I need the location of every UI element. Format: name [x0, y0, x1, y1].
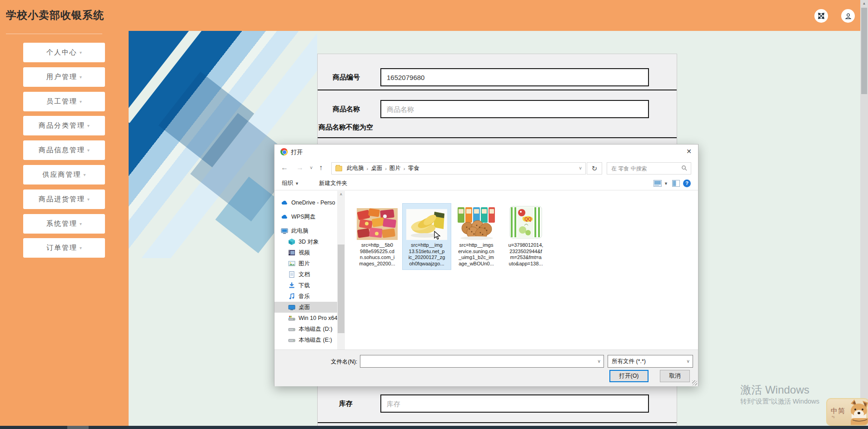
- candy-thumbnail: QQ: [509, 205, 543, 240]
- scroll-up-icon[interactable]: ▲: [860, 0, 868, 7]
- chevron-down-icon: ▾: [80, 50, 82, 55]
- filetype-select[interactable]: 所有文件 (*.*) ˅: [608, 355, 693, 368]
- sidebar-item-label: 用户管理: [46, 73, 77, 81]
- chevron-down-icon: ▾: [87, 148, 90, 153]
- nav-item-onedrive[interactable]: OneDrive - Perso: [274, 197, 337, 208]
- refresh-icon: ↻: [592, 165, 598, 173]
- chevron-down-icon: ▾: [87, 197, 90, 202]
- breadcrumb-item[interactable]: 零食: [406, 165, 421, 172]
- nav-item-win10-drive[interactable]: Win 10 Pro x64: [274, 313, 337, 324]
- chevron-down-icon[interactable]: ˅: [598, 359, 604, 364]
- badge-text: 中简: [831, 407, 845, 415]
- sidebar-item-order-management[interactable]: 订单管理▾: [23, 238, 105, 258]
- page-scrollbar[interactable]: ▲: [860, 0, 868, 429]
- nav-item-label: 音乐: [299, 293, 310, 300]
- dog-sticker-overlay[interactable]: 中简 °¹: [826, 398, 868, 426]
- product-name-input[interactable]: [380, 100, 649, 118]
- sidebar-item-product-purchase-management[interactable]: 商品进货管理▾: [23, 190, 105, 209]
- nav-item-3d-objects[interactable]: 3D 对象: [274, 236, 337, 247]
- sidebar-item-system-management[interactable]: 系统管理▾: [23, 214, 105, 234]
- product-code-input[interactable]: [380, 68, 649, 86]
- chevron-down-icon: ▾: [80, 245, 82, 250]
- picture-icon: [288, 260, 295, 267]
- resize-grip[interactable]: [692, 380, 697, 385]
- filename-label: 文件名(N):: [331, 358, 357, 366]
- view-dropdown-icon[interactable]: ▼: [664, 181, 668, 186]
- nav-item-pictures[interactable]: 图片: [274, 258, 337, 269]
- nav-item-label: 视频: [299, 249, 310, 257]
- thumbnails-view-icon[interactable]: [653, 180, 662, 188]
- nav-item-this-pc[interactable]: 此电脑: [274, 225, 337, 236]
- open-button[interactable]: 打开(O): [609, 370, 649, 382]
- nav-scrollbar-thumb[interactable]: [338, 244, 344, 333]
- nav-item-downloads[interactable]: 下载: [274, 280, 337, 291]
- file-name: src=http__imgs ervice.suning.cn _uimg1_b…: [458, 242, 494, 267]
- chevron-down-icon: ▾: [80, 99, 82, 104]
- dialog-toolbar: 组织▼ 新建文件夹 ▼ ?: [274, 177, 698, 190]
- sidebar-item-label: 供应商管理: [42, 170, 81, 179]
- sidebar: 个人中心▾用户管理▾员工管理▾商品分类管理▾商品信息管理▾供应商管理▾商品进货管…: [0, 31, 129, 426]
- sidebar-item-personal-center[interactable]: 个人中心▾: [23, 43, 105, 62]
- dialog-footer: 文件名(N): ˅ 所有文件 (*.*) ˅ 打开(O) 取消: [274, 349, 698, 386]
- breadcrumb-separator-icon: ›: [366, 166, 369, 171]
- breadcrumb-separator-icon: ›: [384, 166, 388, 171]
- breadcrumb-item[interactable]: 桌面: [369, 165, 384, 172]
- sidebar-item-product-info-management[interactable]: 商品信息管理▾: [23, 140, 105, 160]
- preview-pane-icon[interactable]: [672, 180, 680, 188]
- breadcrumb-item[interactable]: 图片: [388, 165, 403, 172]
- fullscreen-button[interactable]: [814, 9, 828, 23]
- cancel-button[interactable]: 取消: [660, 370, 690, 382]
- nav-scrollbar[interactable]: ˄ ˅: [337, 191, 345, 357]
- validation-error-text: 商品名称不能为空: [319, 123, 373, 132]
- refresh-button[interactable]: ↻: [587, 162, 602, 175]
- breadcrumb-item[interactable]: 此电脑: [345, 165, 366, 172]
- history-dropdown-icon[interactable]: ˅: [310, 165, 313, 170]
- scroll-up-icon[interactable]: ˄: [337, 192, 345, 197]
- chevron-down-icon[interactable]: ˅: [579, 166, 585, 171]
- search-input[interactable]: [607, 165, 675, 172]
- up-icon[interactable]: ↑: [319, 164, 323, 172]
- sidebar-item-product-category-management[interactable]: 商品分类管理▾: [23, 116, 105, 135]
- file-tile-file-3[interactable]: src=http__imgs ervice.suning.cn _uimg1_b…: [452, 204, 500, 269]
- filename-input[interactable]: [360, 358, 598, 365]
- places-nav: OneDrive - PersoWPS网盘此电脑3D 对象视频图片文档下载音乐桌…: [274, 191, 337, 357]
- row-divider: [318, 422, 677, 423]
- sidebar-item-supplier-management[interactable]: 供应商管理▾: [23, 165, 105, 185]
- file-name: src=http__5b0 988e595225.cd n.sohucs.com…: [359, 242, 395, 267]
- page-scrollbar-thumb[interactable]: [861, 8, 867, 94]
- computer-icon: [281, 227, 288, 234]
- nav-item-desktop[interactable]: 桌面: [274, 302, 337, 313]
- sidebar-item-user-management[interactable]: 用户管理▾: [23, 67, 105, 87]
- sidebar-item-staff-management[interactable]: 员工管理▾: [23, 92, 105, 111]
- nav-item-disk-d[interactable]: 本地磁盘 (D:): [274, 324, 337, 334]
- nav-item-label: OneDrive - Perso: [291, 200, 335, 206]
- sidebar-item-label: 订单管理: [46, 244, 77, 252]
- nav-item-music[interactable]: 音乐: [274, 291, 337, 302]
- dialog-titlebar[interactable]: 打开 ✕: [274, 145, 698, 160]
- help-icon[interactable]: ?: [683, 180, 691, 187]
- nav-item-label: Win 10 Pro x64: [299, 315, 337, 321]
- nav-item-wps-cloud[interactable]: WPS网盘: [274, 211, 337, 222]
- file-open-dialog: 打开 ✕ ← → ˅ ↑ 此电脑›桌面›图片›零食˅ ↻ 组织▼ 新建文件夹 ▼: [274, 144, 698, 386]
- organize-button[interactable]: 组织▼: [282, 180, 299, 187]
- user-button[interactable]: [841, 9, 855, 23]
- dialog-address-bar: ← → ˅ ↑ 此电脑›桌面›图片›零食˅ ↻: [274, 160, 698, 177]
- file-tile-file-2[interactable]: src=http__img 13.51tietu.net_p ic_202001…: [403, 204, 451, 269]
- cookies-thumbnail: [456, 205, 497, 240]
- snacks-thumbnail: [357, 205, 398, 240]
- back-icon[interactable]: ←: [281, 164, 288, 172]
- chips-thumbnail: [406, 205, 447, 240]
- row-divider: [318, 137, 677, 138]
- file-tile-file-4[interactable]: QQu=3798012014, 2323502944&f m=253&fmt=a…: [502, 204, 550, 269]
- file-tile-file-1[interactable]: src=http__5b0 988e595225.cd n.sohucs.com…: [353, 204, 401, 269]
- new-folder-button[interactable]: 新建文件夹: [319, 180, 348, 187]
- nav-item-label: 此电脑: [291, 227, 309, 235]
- stock-input[interactable]: [380, 394, 649, 413]
- search-icon: [681, 165, 691, 173]
- close-icon[interactable]: ✕: [686, 148, 692, 155]
- nav-item-documents[interactable]: 文档: [274, 269, 337, 280]
- chevron-down-icon: ▾: [80, 75, 82, 80]
- nav-item-videos[interactable]: 视频: [274, 247, 337, 258]
- row-divider: [318, 90, 677, 90]
- nav-item-disk-e[interactable]: 本地磁盘 (E:): [274, 334, 337, 345]
